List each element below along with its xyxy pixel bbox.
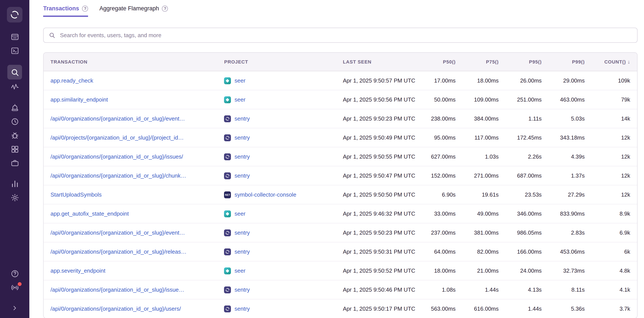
p75-cell: 21.00ms	[460, 267, 503, 274]
p95-cell: 986.05ms	[503, 229, 546, 236]
sidebar-item-dashboards[interactable]	[7, 143, 22, 156]
sidebar-item-settings[interactable]	[7, 191, 22, 204]
sidebar-item-stats[interactable]	[7, 177, 22, 190]
project-link[interactable]: sentry	[234, 248, 250, 255]
project-dotnet-icon: NET	[224, 191, 231, 198]
project-sentry-icon	[224, 286, 231, 293]
tab-transactions[interactable]: Transactions ?	[43, 5, 88, 17]
column-header-p95[interactable]: P95()	[503, 59, 546, 64]
project-link[interactable]: seer	[234, 77, 246, 84]
tab-aggregate-flamegraph[interactable]: Aggregate Flamegraph ?	[100, 5, 168, 17]
sidebar-collapse-toggle[interactable]	[7, 301, 22, 314]
transaction-link[interactable]: /api/0/organizations/{organization_id_or…	[50, 115, 185, 122]
clock-icon	[10, 117, 19, 126]
column-header-count[interactable]: Count() ↓	[589, 59, 637, 65]
p75-cell: 271.00ms	[460, 172, 503, 179]
transaction-link[interactable]: /api/0/organizations/{organization_id_or…	[50, 286, 184, 293]
p75-cell: 1.03s	[460, 153, 503, 160]
p50-cell: 64.00ms	[417, 248, 460, 255]
sidebar-item-whats-new[interactable]	[7, 281, 22, 294]
p50-cell: 238.00ms	[417, 115, 460, 122]
p50-cell: 1.08s	[417, 286, 460, 293]
last-seen-cell: Apr 1, 2025 9:50:23 PM UTC	[338, 229, 417, 236]
project-link[interactable]: sentry	[234, 115, 250, 122]
project-link[interactable]: sentry	[234, 134, 250, 141]
column-header-p50[interactable]: P50()	[417, 59, 460, 64]
sidebar-item-help[interactable]	[7, 267, 22, 280]
transaction-cell: /api/0/organizations/{organization_id_or…	[44, 229, 220, 236]
column-header-count-label: Count()	[604, 59, 626, 64]
last-seen-cell: Apr 1, 2025 9:50:52 PM UTC	[338, 267, 417, 274]
transaction-cell: /api/0/organizations/{organization_id_or…	[44, 305, 220, 312]
transaction-link[interactable]: app.similarity_endpoint	[50, 96, 108, 103]
transaction-link[interactable]: /api/0/organizations/{organization_id_or…	[50, 248, 186, 255]
table-row: StartUploadSymbolsNETsymbol-collector-co…	[44, 185, 637, 204]
p99-cell: 32.73ms	[546, 267, 589, 274]
p95-cell: 26.00ms	[503, 77, 546, 84]
count-cell: 4.1k	[589, 286, 637, 293]
table-row: /api/0/organizations/{organization_id_or…	[44, 299, 637, 318]
sidebar-item-issues[interactable]	[7, 30, 22, 43]
project-cell: sentry	[220, 305, 338, 312]
transaction-link[interactable]: /api/0/organizations/{organization_id_or…	[50, 153, 183, 160]
project-cell: sentry	[220, 115, 338, 122]
search-input[interactable]	[59, 32, 632, 39]
transaction-cell: app.get_autofix_state_endpoint	[44, 210, 220, 217]
project-link[interactable]: seer	[234, 267, 246, 274]
help-circle-icon[interactable]: ?	[162, 6, 168, 12]
transaction-link[interactable]: app.severity_endpoint	[50, 267, 105, 274]
bar-chart-icon	[10, 179, 19, 188]
p50-cell: 627.00ms	[417, 153, 460, 160]
count-cell: 8.9k	[589, 210, 637, 217]
table-row: /api/0/organizations/{organization_id_or…	[44, 166, 637, 185]
project-cell: sentry	[220, 134, 338, 141]
project-cell: seer	[220, 267, 338, 274]
sidebar-item-traces[interactable]	[7, 80, 22, 93]
transaction-link[interactable]: /api/0/projects/{organization_id_or_slug…	[50, 134, 184, 141]
transaction-link[interactable]: /api/0/organizations/{organization_id_or…	[50, 229, 185, 236]
p50-cell: 95.00ms	[417, 134, 460, 141]
sidebar-item-releases[interactable]	[7, 156, 22, 169]
p75-cell: 49.00ms	[460, 210, 503, 217]
sidebar-item-user-feedback[interactable]	[7, 129, 22, 142]
p50-cell: 50.00ms	[417, 96, 460, 103]
project-link[interactable]: symbol-collector-console	[234, 191, 296, 198]
project-link[interactable]: seer	[234, 210, 246, 217]
project-link[interactable]: sentry	[234, 305, 250, 312]
project-link[interactable]: seer	[234, 96, 246, 103]
project-seer-icon	[224, 77, 231, 84]
transaction-link[interactable]: app.get_autofix_state_endpoint	[50, 210, 129, 217]
transaction-cell: app.severity_endpoint	[44, 267, 220, 274]
project-link[interactable]: sentry	[234, 153, 250, 160]
transaction-link[interactable]: /api/0/organizations/{organization_id_or…	[50, 305, 181, 312]
sidebar-nav	[7, 30, 22, 205]
last-seen-cell: Apr 1, 2025 9:50:46 PM UTC	[338, 286, 417, 293]
column-header-project[interactable]: Project	[220, 59, 338, 64]
p50-cell: 563.00ms	[417, 305, 460, 312]
column-header-p99[interactable]: P99()	[546, 59, 589, 64]
transaction-link[interactable]: app.ready_check	[50, 77, 93, 84]
project-link[interactable]: sentry	[234, 286, 250, 293]
transaction-link[interactable]: StartUploadSymbols	[50, 191, 102, 198]
project-sentry-icon	[224, 134, 231, 141]
project-link[interactable]: sentry	[234, 172, 250, 179]
column-header-p75[interactable]: P75()	[460, 59, 503, 64]
issues-icon	[10, 32, 19, 41]
sidebar-item-projects[interactable]	[7, 44, 22, 57]
sentry-logo[interactable]	[7, 7, 22, 23]
project-sentry-icon	[224, 229, 231, 236]
count-cell: 12k	[589, 134, 637, 141]
column-header-transaction[interactable]: Transaction	[44, 59, 220, 64]
project-link[interactable]: sentry	[234, 229, 250, 236]
sidebar-item-replays[interactable]	[7, 115, 22, 128]
p95-cell: 251.00ms	[503, 96, 546, 103]
p95-cell: 23.53s	[503, 191, 546, 198]
sidebar-item-search[interactable]	[7, 65, 22, 80]
p50-cell: 6.90s	[417, 191, 460, 198]
transaction-link[interactable]: /api/0/organizations/{organization_id_or…	[50, 172, 186, 179]
count-cell: 4.8k	[589, 267, 637, 274]
sidebar-item-alerts[interactable]	[7, 101, 22, 114]
column-header-last-seen[interactable]: Last Seen	[338, 59, 417, 64]
count-cell: 14k	[589, 115, 637, 122]
help-circle-icon[interactable]: ?	[82, 6, 88, 12]
